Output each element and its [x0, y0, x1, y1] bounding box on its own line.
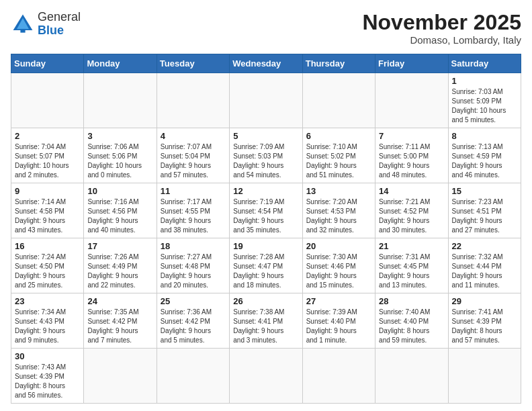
day-number: 14	[379, 186, 444, 196]
calendar-cell	[157, 349, 229, 404]
calendar-cell: 15Sunrise: 7:23 AM Sunset: 4:51 PM Dayli…	[448, 183, 521, 238]
calendar-cell: 20Sunrise: 7:30 AM Sunset: 4:46 PM Dayli…	[302, 238, 375, 293]
calendar-cell: 7Sunrise: 7:11 AM Sunset: 5:00 PM Daylig…	[375, 128, 448, 183]
calendar-cell: 18Sunrise: 7:27 AM Sunset: 4:48 PM Dayli…	[157, 238, 229, 293]
day-number: 2	[15, 131, 80, 141]
logo-blue: Blue	[38, 24, 64, 37]
day-number: 20	[306, 241, 371, 251]
calendar-cell: 28Sunrise: 7:40 AM Sunset: 4:40 PM Dayli…	[375, 293, 448, 349]
calendar-cell: 4Sunrise: 7:07 AM Sunset: 5:04 PM Daylig…	[157, 128, 229, 183]
week-row-6: 30Sunrise: 7:43 AM Sunset: 4:39 PM Dayli…	[11, 349, 521, 404]
day-number: 27	[306, 296, 371, 306]
day-number: 28	[379, 296, 444, 306]
calendar-cell: 5Sunrise: 7:09 AM Sunset: 5:03 PM Daylig…	[230, 128, 302, 183]
day-info: Sunrise: 7:26 AM Sunset: 4:49 PM Dayligh…	[87, 253, 152, 290]
week-row-3: 9Sunrise: 7:14 AM Sunset: 4:58 PM Daylig…	[11, 183, 521, 238]
day-info: Sunrise: 7:11 AM Sunset: 5:00 PM Dayligh…	[379, 142, 444, 180]
day-info: Sunrise: 7:34 AM Sunset: 4:43 PM Dayligh…	[15, 308, 80, 345]
day-header-monday: Monday	[84, 54, 157, 73]
calendar-cell: 6Sunrise: 7:10 AM Sunset: 5:02 PM Daylig…	[302, 128, 375, 183]
day-info: Sunrise: 7:21 AM Sunset: 4:52 PM Dayligh…	[379, 197, 444, 235]
calendar-cell: 30Sunrise: 7:43 AM Sunset: 4:39 PM Dayli…	[11, 349, 84, 404]
day-number: 30	[15, 351, 80, 361]
calendar-cell: 27Sunrise: 7:39 AM Sunset: 4:40 PM Dayli…	[302, 293, 375, 349]
week-row-1: 1Sunrise: 7:03 AM Sunset: 5:09 PM Daylig…	[11, 73, 521, 128]
calendar-cell: 11Sunrise: 7:17 AM Sunset: 4:55 PM Dayli…	[157, 183, 229, 238]
day-number: 29	[452, 296, 517, 306]
calendar-cell: 3Sunrise: 7:06 AM Sunset: 5:06 PM Daylig…	[84, 128, 157, 183]
day-number: 23	[15, 296, 80, 306]
day-info: Sunrise: 7:13 AM Sunset: 4:59 PM Dayligh…	[452, 142, 517, 180]
logo-general: General	[38, 10, 81, 24]
day-number: 17	[87, 241, 152, 251]
calendar-table: SundayMondayTuesdayWednesdayThursdayFrid…	[11, 54, 521, 404]
day-header-sunday: Sunday	[11, 54, 84, 73]
title-section: November 2025 Domaso, Lombardy, Italy	[362, 11, 521, 46]
day-number: 24	[87, 296, 152, 306]
day-info: Sunrise: 7:43 AM Sunset: 4:39 PM Dayligh…	[15, 363, 80, 400]
logo-text: General Blue	[38, 11, 81, 38]
week-row-2: 2Sunrise: 7:04 AM Sunset: 5:07 PM Daylig…	[11, 128, 521, 183]
calendar-cell: 16Sunrise: 7:24 AM Sunset: 4:50 PM Dayli…	[11, 238, 84, 293]
calendar-cell: 1Sunrise: 7:03 AM Sunset: 5:09 PM Daylig…	[448, 73, 521, 128]
week-row-5: 23Sunrise: 7:34 AM Sunset: 4:43 PM Dayli…	[11, 293, 521, 349]
day-number: 19	[233, 241, 298, 251]
location: Domaso, Lombardy, Italy	[362, 34, 521, 46]
day-info: Sunrise: 7:28 AM Sunset: 4:47 PM Dayligh…	[233, 253, 298, 290]
day-info: Sunrise: 7:04 AM Sunset: 5:07 PM Dayligh…	[15, 142, 80, 180]
day-number: 6	[306, 131, 371, 141]
day-info: Sunrise: 7:32 AM Sunset: 4:44 PM Dayligh…	[452, 253, 517, 290]
day-info: Sunrise: 7:36 AM Sunset: 4:42 PM Dayligh…	[161, 308, 226, 345]
day-number: 26	[233, 296, 298, 306]
day-number: 10	[87, 186, 152, 196]
day-info: Sunrise: 7:39 AM Sunset: 4:40 PM Dayligh…	[306, 308, 371, 345]
calendar-cell: 17Sunrise: 7:26 AM Sunset: 4:49 PM Dayli…	[84, 238, 157, 293]
day-number: 7	[379, 131, 444, 141]
calendar-cell: 25Sunrise: 7:36 AM Sunset: 4:42 PM Dayli…	[157, 293, 229, 349]
day-header-thursday: Thursday	[302, 54, 375, 73]
calendar-cell: 19Sunrise: 7:28 AM Sunset: 4:47 PM Dayli…	[230, 238, 302, 293]
week-row-4: 16Sunrise: 7:24 AM Sunset: 4:50 PM Dayli…	[11, 238, 521, 293]
day-info: Sunrise: 7:40 AM Sunset: 4:40 PM Dayligh…	[379, 308, 444, 345]
calendar-cell: 9Sunrise: 7:14 AM Sunset: 4:58 PM Daylig…	[11, 183, 84, 238]
day-info: Sunrise: 7:10 AM Sunset: 5:02 PM Dayligh…	[306, 142, 371, 180]
day-info: Sunrise: 7:27 AM Sunset: 4:48 PM Dayligh…	[161, 253, 226, 290]
day-info: Sunrise: 7:06 AM Sunset: 5:06 PM Dayligh…	[87, 142, 152, 180]
calendar-cell	[302, 73, 375, 128]
day-info: Sunrise: 7:17 AM Sunset: 4:55 PM Dayligh…	[161, 197, 226, 235]
day-number: 4	[161, 131, 226, 141]
day-info: Sunrise: 7:09 AM Sunset: 5:03 PM Dayligh…	[233, 142, 298, 180]
day-info: Sunrise: 7:41 AM Sunset: 4:39 PM Dayligh…	[452, 308, 517, 345]
day-number: 11	[161, 186, 226, 196]
day-info: Sunrise: 7:35 AM Sunset: 4:42 PM Dayligh…	[87, 308, 152, 345]
day-info: Sunrise: 7:23 AM Sunset: 4:51 PM Dayligh…	[452, 197, 517, 235]
calendar-header: SundayMondayTuesdayWednesdayThursdayFrid…	[11, 54, 521, 73]
day-number: 15	[452, 186, 517, 196]
day-number: 3	[87, 131, 152, 141]
calendar-cell	[84, 349, 157, 404]
calendar-cell: 8Sunrise: 7:13 AM Sunset: 4:59 PM Daylig…	[448, 128, 521, 183]
calendar-cell: 13Sunrise: 7:20 AM Sunset: 4:53 PM Dayli…	[302, 183, 375, 238]
calendar-cell	[157, 73, 229, 128]
day-info: Sunrise: 7:20 AM Sunset: 4:53 PM Dayligh…	[306, 197, 371, 235]
calendar-cell: 10Sunrise: 7:16 AM Sunset: 4:56 PM Dayli…	[84, 183, 157, 238]
day-info: Sunrise: 7:38 AM Sunset: 4:41 PM Dayligh…	[233, 308, 298, 345]
day-info: Sunrise: 7:16 AM Sunset: 4:56 PM Dayligh…	[87, 197, 152, 235]
day-number: 12	[233, 186, 298, 196]
day-number: 5	[233, 131, 298, 141]
calendar-cell: 24Sunrise: 7:35 AM Sunset: 4:42 PM Dayli…	[84, 293, 157, 349]
day-number: 8	[452, 131, 517, 141]
calendar-cell: 29Sunrise: 7:41 AM Sunset: 4:39 PM Dayli…	[448, 293, 521, 349]
calendar-cell	[84, 73, 157, 128]
day-header-friday: Friday	[375, 54, 448, 73]
day-info: Sunrise: 7:19 AM Sunset: 4:54 PM Dayligh…	[233, 197, 298, 235]
calendar-cell	[11, 73, 84, 128]
calendar-cell: 23Sunrise: 7:34 AM Sunset: 4:43 PM Dayli…	[11, 293, 84, 349]
day-header-saturday: Saturday	[448, 54, 521, 73]
calendar-cell: 21Sunrise: 7:31 AM Sunset: 4:45 PM Dayli…	[375, 238, 448, 293]
day-number: 18	[161, 241, 226, 251]
calendar-cell: 22Sunrise: 7:32 AM Sunset: 4:44 PM Dayli…	[448, 238, 521, 293]
day-number: 13	[306, 186, 371, 196]
day-info: Sunrise: 7:24 AM Sunset: 4:50 PM Dayligh…	[15, 253, 80, 290]
day-number: 21	[379, 241, 444, 251]
